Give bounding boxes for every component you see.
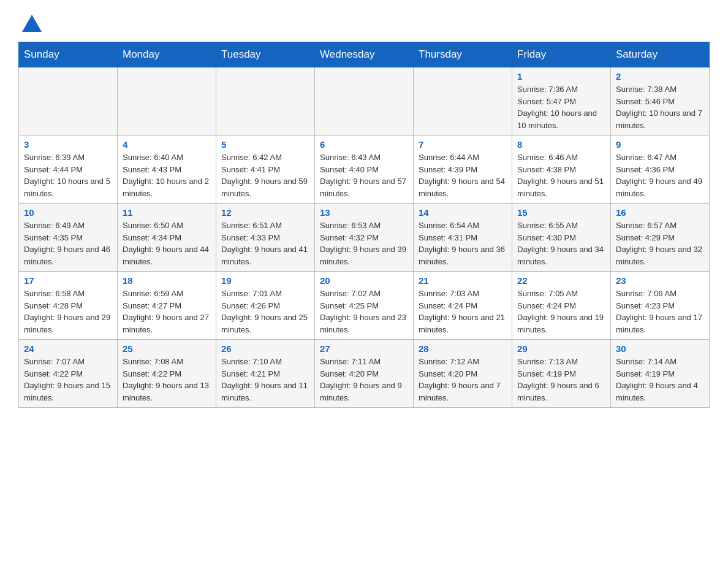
day-info: Sunrise: 6:58 AMSunset: 4:28 PMDaylight:… xyxy=(24,289,110,334)
day-number: 30 xyxy=(616,343,704,354)
day-number: 2 xyxy=(616,71,704,82)
day-info: Sunrise: 6:53 AMSunset: 4:32 PMDaylight:… xyxy=(320,221,406,266)
calendar-cell: 8Sunrise: 6:46 AMSunset: 4:38 PMDaylight… xyxy=(512,136,611,204)
day-number: 6 xyxy=(320,139,408,150)
day-info: Sunrise: 6:42 AMSunset: 4:41 PMDaylight:… xyxy=(221,153,308,198)
day-number: 13 xyxy=(320,207,408,218)
day-info: Sunrise: 7:11 AMSunset: 4:20 PMDaylight:… xyxy=(320,357,402,402)
calendar-cell xyxy=(19,67,118,136)
day-number: 20 xyxy=(320,275,408,286)
day-info: Sunrise: 7:14 AMSunset: 4:19 PMDaylight:… xyxy=(616,357,698,402)
day-info: Sunrise: 7:03 AMSunset: 4:24 PMDaylight:… xyxy=(419,289,505,334)
calendar-cell: 15Sunrise: 6:55 AMSunset: 4:30 PMDayligh… xyxy=(512,204,611,272)
col-saturday: Saturday xyxy=(611,42,710,67)
day-info: Sunrise: 6:40 AMSunset: 4:43 PMDaylight:… xyxy=(123,153,209,198)
day-number: 15 xyxy=(517,207,605,218)
day-number: 1 xyxy=(517,71,605,82)
calendar-cell: 28Sunrise: 7:12 AMSunset: 4:20 PMDayligh… xyxy=(414,340,512,408)
day-info: Sunrise: 7:05 AMSunset: 4:24 PMDaylight:… xyxy=(517,289,604,334)
calendar-cell: 30Sunrise: 7:14 AMSunset: 4:19 PMDayligh… xyxy=(611,340,710,408)
calendar-week-row: 24Sunrise: 7:07 AMSunset: 4:22 PMDayligh… xyxy=(19,340,710,408)
day-number: 4 xyxy=(123,139,211,150)
day-number: 17 xyxy=(24,275,112,286)
day-info: Sunrise: 7:36 AMSunset: 5:47 PMDaylight:… xyxy=(517,85,597,130)
day-info: Sunrise: 6:54 AMSunset: 4:31 PMDaylight:… xyxy=(419,221,505,266)
calendar-cell xyxy=(216,67,315,136)
calendar-cell: 25Sunrise: 7:08 AMSunset: 4:22 PMDayligh… xyxy=(118,340,216,408)
calendar-week-row: 3Sunrise: 6:39 AMSunset: 4:44 PMDaylight… xyxy=(19,136,710,204)
page-header xyxy=(18,12,710,31)
day-number: 18 xyxy=(123,275,211,286)
day-info: Sunrise: 6:46 AMSunset: 4:38 PMDaylight:… xyxy=(517,153,604,198)
calendar-cell: 1Sunrise: 7:36 AMSunset: 5:47 PMDaylight… xyxy=(512,67,611,136)
col-thursday: Thursday xyxy=(414,42,512,67)
day-number: 28 xyxy=(419,343,507,354)
day-number: 10 xyxy=(24,207,112,218)
calendar-cell xyxy=(118,67,216,136)
calendar-week-row: 10Sunrise: 6:49 AMSunset: 4:35 PMDayligh… xyxy=(19,204,710,272)
day-info: Sunrise: 7:08 AMSunset: 4:22 PMDaylight:… xyxy=(123,357,209,402)
day-number: 8 xyxy=(517,139,605,150)
calendar-cell: 27Sunrise: 7:11 AMSunset: 4:20 PMDayligh… xyxy=(315,340,414,408)
col-friday: Friday xyxy=(512,42,611,67)
day-number: 5 xyxy=(221,139,309,150)
col-tuesday: Tuesday xyxy=(216,42,315,67)
day-number: 29 xyxy=(517,343,605,354)
day-number: 9 xyxy=(616,139,704,150)
calendar-cell: 16Sunrise: 6:57 AMSunset: 4:29 PMDayligh… xyxy=(611,204,710,272)
calendar-cell: 3Sunrise: 6:39 AMSunset: 4:44 PMDaylight… xyxy=(19,136,118,204)
day-number: 16 xyxy=(616,207,704,218)
day-info: Sunrise: 7:10 AMSunset: 4:21 PMDaylight:… xyxy=(221,357,308,402)
day-number: 12 xyxy=(221,207,309,218)
day-number: 3 xyxy=(24,139,112,150)
day-info: Sunrise: 7:07 AMSunset: 4:22 PMDaylight:… xyxy=(24,357,110,402)
calendar-cell: 22Sunrise: 7:05 AMSunset: 4:24 PMDayligh… xyxy=(512,272,611,340)
col-wednesday: Wednesday xyxy=(315,42,414,67)
day-info: Sunrise: 7:06 AMSunset: 4:23 PMDaylight:… xyxy=(616,289,702,334)
calendar-cell: 13Sunrise: 6:53 AMSunset: 4:32 PMDayligh… xyxy=(315,204,414,272)
calendar-table: Sunday Monday Tuesday Wednesday Thursday… xyxy=(18,42,710,408)
calendar-cell: 4Sunrise: 6:40 AMSunset: 4:43 PMDaylight… xyxy=(118,136,216,204)
day-number: 7 xyxy=(419,139,507,150)
day-info: Sunrise: 6:47 AMSunset: 4:36 PMDaylight:… xyxy=(616,153,702,198)
calendar-cell: 7Sunrise: 6:44 AMSunset: 4:39 PMDaylight… xyxy=(414,136,512,204)
calendar-cell: 6Sunrise: 6:43 AMSunset: 4:40 PMDaylight… xyxy=(315,136,414,204)
day-number: 26 xyxy=(221,343,309,354)
day-number: 24 xyxy=(24,343,112,354)
calendar-cell: 20Sunrise: 7:02 AMSunset: 4:25 PMDayligh… xyxy=(315,272,414,340)
calendar-cell: 23Sunrise: 7:06 AMSunset: 4:23 PMDayligh… xyxy=(611,272,710,340)
col-sunday: Sunday xyxy=(19,42,118,67)
day-number: 11 xyxy=(123,207,211,218)
calendar-cell: 10Sunrise: 6:49 AMSunset: 4:35 PMDayligh… xyxy=(19,204,118,272)
calendar-week-row: 1Sunrise: 7:36 AMSunset: 5:47 PMDaylight… xyxy=(19,67,710,136)
calendar-cell: 19Sunrise: 7:01 AMSunset: 4:26 PMDayligh… xyxy=(216,272,315,340)
calendar-cell: 21Sunrise: 7:03 AMSunset: 4:24 PMDayligh… xyxy=(414,272,512,340)
calendar-cell: 29Sunrise: 7:13 AMSunset: 4:19 PMDayligh… xyxy=(512,340,611,408)
day-info: Sunrise: 7:12 AMSunset: 4:20 PMDaylight:… xyxy=(419,357,501,402)
day-info: Sunrise: 7:01 AMSunset: 4:26 PMDaylight:… xyxy=(221,289,308,334)
calendar-cell: 11Sunrise: 6:50 AMSunset: 4:34 PMDayligh… xyxy=(118,204,216,272)
day-info: Sunrise: 6:50 AMSunset: 4:34 PMDaylight:… xyxy=(123,221,209,266)
day-info: Sunrise: 6:39 AMSunset: 4:44 PMDaylight:… xyxy=(24,153,110,198)
day-info: Sunrise: 6:43 AMSunset: 4:40 PMDaylight:… xyxy=(320,153,406,198)
day-info: Sunrise: 6:59 AMSunset: 4:27 PMDaylight:… xyxy=(123,289,209,334)
calendar-week-row: 17Sunrise: 6:58 AMSunset: 4:28 PMDayligh… xyxy=(19,272,710,340)
day-number: 27 xyxy=(320,343,408,354)
col-monday: Monday xyxy=(118,42,216,67)
calendar-cell xyxy=(315,67,414,136)
calendar-cell: 26Sunrise: 7:10 AMSunset: 4:21 PMDayligh… xyxy=(216,340,315,408)
calendar-cell: 5Sunrise: 6:42 AMSunset: 4:41 PMDaylight… xyxy=(216,136,315,204)
calendar-cell xyxy=(414,67,512,136)
day-number: 25 xyxy=(123,343,211,354)
day-number: 22 xyxy=(517,275,605,286)
day-number: 21 xyxy=(419,275,507,286)
day-info: Sunrise: 6:55 AMSunset: 4:30 PMDaylight:… xyxy=(517,221,604,266)
day-number: 23 xyxy=(616,275,704,286)
calendar-cell: 14Sunrise: 6:54 AMSunset: 4:31 PMDayligh… xyxy=(414,204,512,272)
day-info: Sunrise: 6:51 AMSunset: 4:33 PMDaylight:… xyxy=(221,221,308,266)
logo-icon xyxy=(20,12,42,34)
calendar-header-row: Sunday Monday Tuesday Wednesday Thursday… xyxy=(19,42,710,67)
day-info: Sunrise: 6:44 AMSunset: 4:39 PMDaylight:… xyxy=(419,153,505,198)
calendar-cell: 2Sunrise: 7:38 AMSunset: 5:46 PMDaylight… xyxy=(611,67,710,136)
calendar-cell: 17Sunrise: 6:58 AMSunset: 4:28 PMDayligh… xyxy=(19,272,118,340)
